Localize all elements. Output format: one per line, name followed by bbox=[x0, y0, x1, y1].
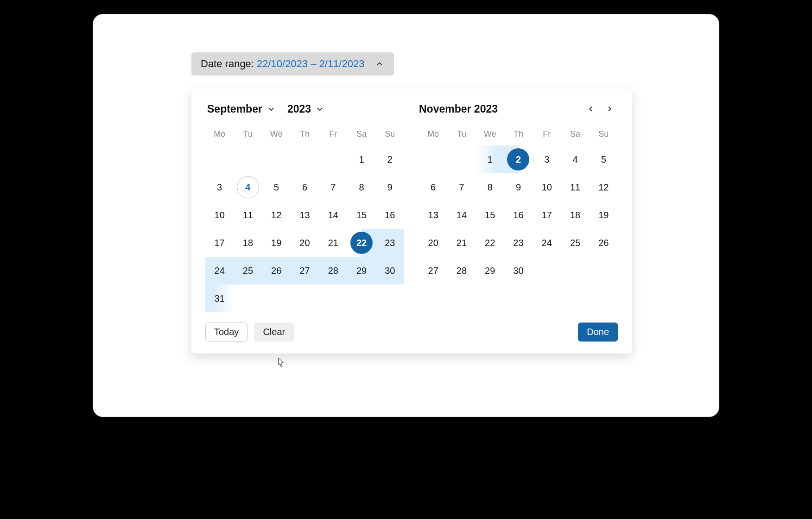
day-cell[interactable]: 7 bbox=[319, 173, 347, 201]
day-cell[interactable]: 2 bbox=[376, 146, 404, 173]
day-cell[interactable]: 7 bbox=[447, 173, 476, 201]
day-cell[interactable]: 15 bbox=[347, 201, 375, 229]
weekday-label: Th bbox=[504, 127, 533, 142]
popover-footer: Today Clear Done bbox=[205, 323, 618, 342]
day-cell[interactable]: 2 bbox=[504, 146, 533, 173]
weekday-label: We bbox=[262, 127, 291, 142]
day-cell[interactable]: 10 bbox=[205, 201, 234, 229]
day-cell[interactable]: 26 bbox=[590, 229, 618, 257]
day-cell[interactable]: 30 bbox=[504, 257, 533, 285]
day-cell[interactable]: 6 bbox=[291, 173, 319, 201]
day-cell[interactable]: 22 bbox=[476, 229, 504, 257]
day-cell[interactable]: 14 bbox=[319, 201, 347, 229]
day-number: 30 bbox=[379, 260, 401, 282]
day-cell[interactable]: 29 bbox=[347, 257, 375, 285]
day-cell[interactable]: 25 bbox=[234, 257, 262, 285]
day-number: 27 bbox=[293, 260, 316, 282]
day-number: 23 bbox=[379, 232, 401, 254]
day-number: 15 bbox=[350, 204, 373, 226]
day-number: 18 bbox=[564, 204, 586, 226]
day-cell[interactable]: 11 bbox=[561, 173, 589, 201]
day-cell[interactable]: 11 bbox=[234, 201, 262, 229]
day-number: 19 bbox=[265, 232, 287, 254]
day-cell[interactable]: 6 bbox=[419, 173, 447, 201]
day-cell[interactable]: 9 bbox=[376, 173, 404, 201]
day-cell[interactable]: 4 bbox=[561, 146, 589, 173]
day-cell[interactable]: 3 bbox=[205, 173, 234, 201]
day-number: 12 bbox=[265, 204, 287, 226]
year-select-label: 2023 bbox=[287, 103, 311, 115]
day-cell[interactable]: 16 bbox=[376, 201, 404, 229]
day-cell[interactable]: 8 bbox=[476, 173, 504, 201]
months-row: September 2023 MoTuWeThFrSaSu 1234567891… bbox=[205, 100, 618, 312]
day-cell[interactable]: 16 bbox=[504, 201, 533, 229]
day-cell[interactable]: 18 bbox=[561, 201, 589, 229]
day-cell[interactable]: 31 bbox=[205, 285, 234, 312]
day-cell[interactable]: 26 bbox=[262, 257, 291, 285]
day-cell[interactable]: 3 bbox=[533, 146, 561, 173]
date-range-trigger[interactable]: Date range: 22/10/2023 – 2/11/2023 bbox=[191, 52, 394, 76]
day-cell[interactable]: 23 bbox=[376, 229, 404, 257]
weekday-header: MoTuWeThFrSaSu bbox=[419, 127, 618, 142]
day-cell[interactable]: 14 bbox=[447, 201, 476, 229]
day-number: 21 bbox=[322, 232, 344, 254]
chevron-up-icon bbox=[374, 59, 385, 69]
day-cell[interactable]: 21 bbox=[319, 229, 347, 257]
day-cell[interactable]: 15 bbox=[476, 201, 504, 229]
month-right-header: November 2023 bbox=[419, 100, 618, 118]
empty-cell bbox=[319, 146, 347, 173]
day-cell[interactable]: 10 bbox=[533, 173, 561, 201]
day-number: 16 bbox=[507, 204, 529, 226]
day-cell[interactable]: 28 bbox=[319, 257, 347, 285]
day-cell[interactable]: 5 bbox=[262, 173, 291, 201]
day-cell[interactable]: 17 bbox=[205, 229, 234, 257]
prev-month-button[interactable] bbox=[583, 101, 599, 117]
day-cell[interactable]: 23 bbox=[504, 229, 533, 257]
day-cell[interactable]: 4 bbox=[234, 173, 262, 201]
day-cell[interactable]: 20 bbox=[419, 229, 447, 257]
day-cell[interactable]: 20 bbox=[291, 229, 319, 257]
year-select[interactable]: 2023 bbox=[285, 103, 326, 115]
day-cell[interactable]: 12 bbox=[590, 173, 618, 201]
day-cell[interactable]: 18 bbox=[234, 229, 262, 257]
day-number: 2 bbox=[379, 148, 401, 171]
day-cell[interactable]: 8 bbox=[347, 173, 375, 201]
next-month-button[interactable] bbox=[601, 101, 618, 117]
day-cell[interactable]: 30 bbox=[376, 257, 404, 285]
day-cell[interactable]: 13 bbox=[419, 201, 447, 229]
day-number: 2 bbox=[507, 148, 529, 171]
day-cell[interactable]: 1 bbox=[476, 146, 504, 173]
day-number: 6 bbox=[293, 176, 316, 198]
day-cell[interactable]: 27 bbox=[419, 257, 447, 285]
month-left-header: September 2023 bbox=[205, 100, 404, 118]
day-cell[interactable]: 22 bbox=[347, 229, 375, 257]
day-cell[interactable]: 5 bbox=[590, 146, 618, 173]
day-cell[interactable]: 25 bbox=[561, 229, 589, 257]
day-number: 31 bbox=[209, 287, 231, 310]
day-cell[interactable]: 17 bbox=[533, 201, 561, 229]
month-select[interactable]: September bbox=[205, 103, 277, 115]
day-cell[interactable]: 27 bbox=[291, 257, 319, 285]
day-cell[interactable]: 28 bbox=[447, 257, 476, 285]
day-cell[interactable]: 13 bbox=[291, 201, 319, 229]
day-cell[interactable]: 12 bbox=[262, 201, 291, 229]
day-number: 25 bbox=[564, 232, 586, 254]
done-button[interactable]: Done bbox=[578, 323, 618, 342]
day-grid-left: 1234567891011121314151617181920212223242… bbox=[205, 146, 404, 312]
empty-cell bbox=[419, 146, 447, 173]
month-right-title: November 2023 bbox=[419, 103, 498, 115]
day-cell[interactable]: 1 bbox=[347, 146, 375, 173]
trigger-label: Date range: bbox=[201, 58, 254, 70]
day-cell[interactable]: 19 bbox=[590, 201, 618, 229]
day-cell[interactable]: 29 bbox=[476, 257, 504, 285]
day-number: 18 bbox=[237, 232, 259, 254]
day-cell[interactable]: 19 bbox=[262, 229, 291, 257]
weekday-label: Sa bbox=[347, 127, 375, 142]
day-cell[interactable]: 21 bbox=[447, 229, 476, 257]
clear-button[interactable]: Clear bbox=[254, 323, 294, 342]
day-number: 10 bbox=[209, 204, 231, 226]
today-button[interactable]: Today bbox=[205, 323, 247, 342]
day-cell[interactable]: 24 bbox=[533, 229, 561, 257]
day-cell[interactable]: 9 bbox=[504, 173, 533, 201]
day-cell[interactable]: 24 bbox=[205, 257, 234, 285]
